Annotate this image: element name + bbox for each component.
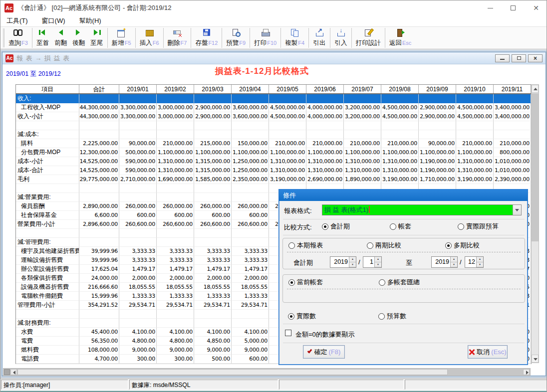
- toolbar-button-save[interactable]: 存盤F12: [193, 28, 220, 48]
- vertical-scrollbar[interactable]: [531, 84, 539, 363]
- spin-up-icon[interactable]: ▲: [451, 257, 457, 262]
- radio-多期比較[interactable]: 多期比較: [445, 241, 524, 250]
- value-cell: 1,479.17: [232, 265, 269, 274]
- toolbar-button-prev[interactable]: 前翻: [52, 28, 70, 48]
- radio-circle-icon: [445, 242, 452, 249]
- table-row[interactable]: 收入-小計44,300,000.003,300,000.003,000,000.…: [16, 112, 531, 121]
- toolbar-button-new[interactable]: 新增F5: [109, 28, 134, 48]
- spin-down-icon[interactable]: ▼: [477, 262, 483, 268]
- report-format-combobox[interactable]: 損 益 表(格式1): [322, 204, 522, 215]
- radio-當前帳套[interactable]: 當前帳套: [288, 278, 379, 287]
- spin-down-icon[interactable]: ▼: [451, 262, 457, 268]
- preview-icon: [231, 28, 241, 37]
- period-from-year-spinner[interactable]: 2019 ▲▼: [330, 256, 356, 268]
- row-label: 電腦軟件攤銷費: [16, 292, 79, 301]
- radio-預算數[interactable]: 預算數: [378, 312, 469, 321]
- value-cell: [79, 229, 119, 238]
- value-cell: 2,900,000.00: [194, 112, 232, 121]
- radio-實際數[interactable]: 實際數: [288, 312, 378, 321]
- toolbar-button-import[interactable]: 引入: [332, 28, 350, 48]
- horizontal-scrollbar[interactable]: [3, 368, 531, 376]
- period-to-month-spinner[interactable]: 12 ▲▼: [465, 256, 484, 268]
- radio-兩期比較[interactable]: 兩期比較: [367, 241, 445, 250]
- spin-down-icon[interactable]: ▼: [375, 262, 381, 268]
- radio-實際跟預算[interactable]: 實際跟預算: [458, 222, 526, 231]
- table-row[interactable]: 分包費用-MOP12,300,000.00500,000.001,100,000…: [16, 148, 531, 157]
- spinner-buttons[interactable]: ▲▼: [450, 257, 457, 267]
- report-minimize-button[interactable]: [495, 54, 510, 62]
- value-cell: [119, 130, 157, 139]
- menu-item-幫助(H)[interactable]: 幫助(H): [79, 16, 101, 25]
- report-restore-button[interactable]: [512, 54, 526, 62]
- period-to-year-spinner[interactable]: 2019 ▲▼: [431, 256, 458, 268]
- radio-label: 當前帳套: [297, 278, 323, 287]
- value-cell: [232, 193, 269, 202]
- scroll-down-button[interactable]: [532, 355, 539, 363]
- value-cell: 500,000.00: [119, 148, 157, 157]
- cancel-button[interactable]: 取消 (Esc): [468, 345, 508, 359]
- table-row[interactable]: 成本-合計14,525,000.00590,000.001,310,000.00…: [16, 166, 531, 175]
- spin-down-icon[interactable]: ▼: [349, 262, 356, 268]
- radio-帳套[interactable]: 帳套: [390, 222, 458, 231]
- ok-button[interactable]: 確定 (F8): [303, 345, 345, 359]
- value-cell: 14,525,000.00: [79, 166, 119, 175]
- table-row[interactable]: 購料2,225,000.0090,000.00210,000.00215,000…: [16, 139, 531, 148]
- scroll-up-button[interactable]: [532, 85, 539, 93]
- spin-up-icon[interactable]: ▲: [349, 257, 356, 262]
- scroll-right-button[interactable]: [523, 369, 530, 375]
- table-row[interactable]: 減:成本:: [16, 130, 531, 139]
- value-cell: 2,350,000.00: [232, 175, 269, 184]
- menu-item-窗口(W)[interactable]: 窗口(W): [42, 16, 65, 25]
- menu-item-工具(T)[interactable]: 工具(T): [6, 16, 28, 25]
- value-cell: 2,896,600.00: [79, 220, 119, 229]
- spin-up-icon[interactable]: ▲: [477, 257, 483, 262]
- toolbar-button-pdesign[interactable]: 打印設計: [353, 28, 383, 48]
- column-header: 2019/06: [306, 85, 344, 93]
- table-row[interactable]: 毛利29,775,000.002,710,000.001,690,000.001…: [16, 175, 531, 184]
- table-row[interactable]: 工程收入-MOP44,300,000.003,300,000.003,000,0…: [16, 103, 531, 112]
- value-cell: 29,534.71: [119, 301, 157, 310]
- table-row[interactable]: 收入:: [16, 94, 531, 103]
- minimize-button[interactable]: [479, 0, 502, 15]
- table-row[interactable]: [16, 121, 531, 130]
- toolbar-button-last[interactable]: 至尾: [88, 28, 106, 48]
- toolbar-button-return[interactable]: 返回Esc: [387, 28, 414, 48]
- vertical-scroll-thumb[interactable]: [532, 93, 539, 241]
- value-cell: 90,000.00: [419, 139, 456, 148]
- spin-up-icon[interactable]: ▲: [375, 257, 381, 262]
- toolbar-button-search[interactable]: 查詢F3: [6, 28, 30, 48]
- radio-多帳套匯總[interactable]: 多帳套匯總: [379, 278, 469, 287]
- value-cell: 4,100.00: [157, 328, 194, 337]
- spinner-buttons[interactable]: ▲▼: [374, 257, 381, 267]
- toolbar-button-copy[interactable]: 複製F4: [282, 28, 307, 48]
- toolbar-button-print[interactable]: 打印F10: [252, 28, 279, 48]
- spinner-buttons[interactable]: ▲▼: [476, 257, 483, 267]
- value-cell: 1,190,000.00: [419, 166, 456, 175]
- toolbar-button-next[interactable]: 後翻: [70, 28, 88, 48]
- close-icon: ×: [534, 56, 537, 61]
- toolbar-button-delete[interactable]: 刪除F7: [165, 28, 190, 48]
- value-cell: 18,055.55: [194, 283, 232, 292]
- maximize-button[interactable]: [502, 0, 525, 15]
- toolbar-button-export[interactable]: 引出: [310, 28, 328, 48]
- toolbar-button-insert[interactable]: 插入F6: [137, 28, 162, 48]
- spinner-buttons[interactable]: ▲▼: [349, 257, 356, 267]
- toolbar-button-first[interactable]: 至首: [34, 28, 52, 48]
- close-button[interactable]: ✕: [525, 0, 547, 15]
- toolbar-button-label: 複製: [285, 39, 297, 47]
- combo-dropdown-button[interactable]: [513, 205, 521, 215]
- radio-circle-icon: [390, 223, 396, 230]
- show-zero-checkbox[interactable]: [285, 330, 291, 336]
- radio-會計期[interactable]: 會計期: [322, 222, 390, 231]
- table-row[interactable]: 成本-小計14,525,000.00590,000.001,310,000.00…: [16, 157, 531, 166]
- radio-circle-icon: [378, 313, 385, 320]
- row-label: 各類傢俱折舊費: [16, 274, 79, 283]
- statusbar: 操作員:[manager] 數據庫: msde/MSSQL: [0, 378, 547, 391]
- horizontal-scroll-thumb[interactable]: [17, 369, 448, 375]
- radio-本期報表[interactable]: 本期報表: [288, 241, 367, 250]
- period-from-month-spinner[interactable]: 1 ▲▼: [363, 256, 382, 268]
- scroll-left-button[interactable]: [10, 369, 17, 375]
- value-cell: [232, 94, 269, 103]
- toolbar-button-preview[interactable]: 預覽F9: [224, 28, 248, 48]
- report-close-button[interactable]: ×: [528, 54, 543, 62]
